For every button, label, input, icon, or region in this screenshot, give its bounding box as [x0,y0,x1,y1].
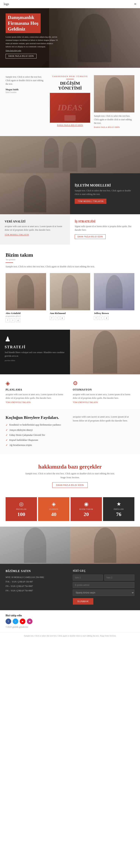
business-btn[interactable]: Tüm modeli tıklatın [75,198,107,204]
stats-grid: ◎ PROJELER 100 ◈ CLIENTS 40 ◉ BİZİM TAKI… [0,497,140,527]
stat-number-1: 100 [8,512,34,517]
benefits-section: Koçluğun Bireylere Faydaları. ✓ Kendiniz… [0,409,140,454]
team-social-1: f t g [6,318,46,322]
benefits-title: Koçluğun Bireylere Faydaları. [6,415,67,420]
contact-section: BİZİMLE SATIN MYE 18 MOHALI CAMELIAS 256… [0,564,140,610]
check-icon-2: ✓ [6,429,8,432]
change-title1: DEĞİŞİM [60,81,80,86]
social-tw-btn[interactable]: t [13,619,18,624]
facts-text: Sample text. Click to select the text bo… [23,472,117,479]
automation-read-more[interactable]: Tüm görüntüle tıklatın [73,401,98,403]
team-photo-bar [0,136,140,173]
change-center: Tarihinden beri Türkiye DEĞİŞİM YÖNETİMİ… [50,75,90,127]
social-desc: ©2020 günlük gönderiler [6,626,134,628]
tw-icon-1[interactable]: t [11,318,15,322]
benefit-1: ✓ Kendinizi ve hedeflerinizi aşıp ilerle… [6,423,67,427]
team-card-2: Ann Richmond f t g [50,273,90,322]
change-left: Sample text. Click to select the text bo… [6,75,46,93]
change-ideas-box: IDEAS [50,93,90,123]
data-read-more[interactable]: Tüm modeli tıklatın [5,234,29,236]
facts-section: hakkımızda bazı gerçekler Sample text. C… [0,454,140,497]
team-social-3: f t g [94,316,134,320]
team-subtitle: Tez görünür [6,258,134,260]
data-title: VERİ ANALİZİ [5,220,65,223]
stat-label-4: ÖDÜLLER [106,508,132,510]
form-submit[interactable]: SUNMAK [73,598,93,604]
change-right: Sample text. Click to select the text bo… [94,75,134,129]
navbar: logo ≡ [0,0,140,8]
team-social-2: f t g [50,316,90,320]
benefits-list: ✓ Kendinizi ve hedeflerinizi aşıp ilerle… [6,423,67,447]
social-yt-btn[interactable]: ▶ [20,619,25,624]
change-read-more[interactable]: DAHA FAZLA BİLGİ EDİN [57,124,83,126]
strategy-btn[interactable]: DAHA FAZLA BİLGİ EDİN [75,235,106,239]
hero-body: Lorem ipsum dolor sit amet, consectetur … [6,35,58,49]
social-row: f t ▶ ◉ [6,619,134,624]
strategy-dark-text: Sed blandit libero volutpat sed cras orn… [5,351,65,358]
strategy-dark-right [70,330,140,374]
fb-icon-1[interactable]: f [6,318,10,322]
benefit-text-4: Kişisel farklılıklar Oluşturum [9,439,38,441]
strategy-text: Signat nulla ipsum id ut lorem dolor si … [75,225,135,232]
nav-menu-icon[interactable]: ≡ [134,2,136,6]
team-photo-3 [94,273,134,310]
form-email[interactable] [73,582,134,588]
contact-address-3: FN – YAN: ÇORAP 756-9987 [6,584,67,588]
stat-number-4: 76 [106,512,132,517]
contact-title: BİZİMLE SATIN [6,569,67,573]
data-text: arcquise with cum iacere ut amet arcu. L… [5,225,65,232]
stat-icon-1: ◎ [8,501,34,507]
stat-card-2: ◈ CLIENTS 40 [38,497,69,521]
gp-icon-3[interactable]: g [104,316,109,320]
benefits-right: arcquise with cum iacere ut amet arcu. L… [73,415,134,448]
hero-section: Danışmanlık Firmasına Hoş Geldiniz Lorem… [0,8,140,68]
change-right-text: Sample text. Click to select the text bo… [94,114,134,125]
stat-icon-2: ◈ [41,501,67,507]
benefits-right-text: arcquise with cum iacere ut amet arcu. L… [73,415,134,423]
social-follow-section: Bizi takip edin f t ▶ ◉ ©2020 günlük gön… [0,610,140,632]
change-right-read-more[interactable]: DAHA FAZLA BİLGİ EDİN [94,126,120,128]
fb-icon-2[interactable]: f [50,316,54,320]
planning-col: ◈ PLANLAMA arcquise with cum iacere ut a… [6,380,67,404]
tw-icon-2[interactable]: t [55,316,59,320]
plan-auto-section: ◈ PLANLAMA arcquise with cum iacere ut a… [0,374,140,409]
strategy-title: İŞ STRATEJİSİ [75,220,135,223]
automation-icon: ⚙ [73,380,134,386]
team-card-1: Alex Grinfield programme görevi f t g [6,273,46,322]
stat-label-2: CLIENTS [41,508,67,510]
stat-label-1: PROJELER [8,508,34,510]
stat-icon-4: ★ [106,501,132,507]
hero-cta-button[interactable]: DAHA FAZLA BİLGİ EDİN [6,54,37,58]
change-left-text: Sample text. Click to select the text bo… [6,75,46,86]
photo-cell-2 [70,527,140,564]
business-title: İŞLETİM MODELLERİ [75,184,135,187]
change-management-section: Sample text. Click to select the text bo… [0,68,140,136]
contact-address-2: İYK – YAN: ÇORAP 156-987 [6,580,67,584]
team-name-1: Alex Grinfield [6,312,46,315]
social-ig-btn[interactable]: ◉ [27,619,32,624]
social-fb-btn[interactable]: f [6,619,11,624]
contact-form: SİZİ GEÇ Sipariş türünü seçin SUNMAK [73,569,134,604]
tw-icon-3[interactable]: t [99,316,103,320]
contact-info: BİZİMLE SATIN MYE 18 MOHALI CAMELIAS 256… [6,569,67,604]
stat-number-3: 20 [73,512,99,517]
form-select[interactable]: Sipariş türünü seçin [73,590,134,596]
business-section: İŞLETİM MODELLERİ Sample text. Click to … [0,173,140,214]
benefits-left: Koçluğun Bireylere Faydaları. ✓ Kendiniz… [6,415,67,448]
photo-row [0,527,140,564]
check-icon-1: ✓ [6,424,8,427]
team-title: Bizim takım [6,252,134,258]
stat-label-3: BİZİM TAKIM [73,508,99,510]
check-icon-5: ✓ [6,443,8,447]
stat-number-2: 40 [41,512,67,517]
fb-icon-3[interactable]: f [94,316,98,320]
facts-btn[interactable]: DAHA FAZLA BİLGİ EDİN [52,482,88,488]
form-field1[interactable] [73,575,103,581]
form-field2[interactable] [104,575,134,581]
planning-read-more[interactable]: Tüm görüntüle tıklatın [6,401,31,403]
gp-icon-1[interactable]: g [16,318,20,322]
change-author-role: İdeal founder [6,91,46,93]
check-icon-3: ✓ [6,434,8,437]
facts-title: hakkımızda bazı gerçekler [6,464,134,470]
gp-icon-2[interactable]: g [60,316,64,320]
